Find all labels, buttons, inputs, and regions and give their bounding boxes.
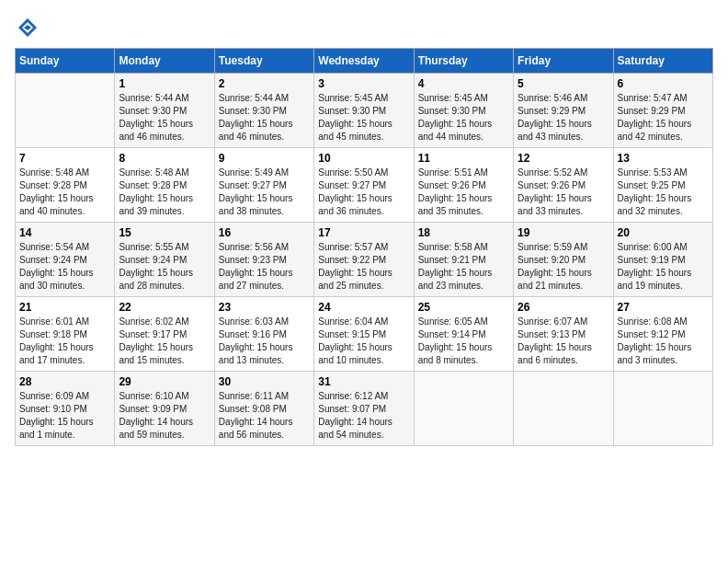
day-number: 9 (219, 152, 310, 165)
calendar-cell: 14Sunrise: 5:54 AM Sunset: 9:24 PM Dayli… (16, 223, 115, 297)
calendar-cell: 5Sunrise: 5:46 AM Sunset: 9:29 PM Daylig… (514, 74, 613, 148)
calendar-cell (16, 74, 115, 148)
day-number: 18 (418, 226, 509, 239)
day-number: 13 (618, 152, 709, 165)
calendar-cell: 26Sunrise: 6:07 AM Sunset: 9:13 PM Dayli… (514, 297, 613, 372)
calendar-cell: 6Sunrise: 5:47 AM Sunset: 9:29 PM Daylig… (613, 74, 712, 148)
day-number: 23 (219, 301, 310, 314)
day-info: Sunrise: 5:55 AM Sunset: 9:24 PM Dayligh… (119, 241, 210, 293)
calendar-week-3: 14Sunrise: 5:54 AM Sunset: 9:24 PM Dayli… (16, 223, 713, 297)
day-info: Sunrise: 5:45 AM Sunset: 9:30 PM Dayligh… (418, 92, 509, 144)
calendar-cell (514, 372, 613, 446)
calendar-cell: 12Sunrise: 5:52 AM Sunset: 9:26 PM Dayli… (514, 148, 613, 223)
day-number: 4 (418, 77, 509, 90)
day-number: 11 (418, 152, 509, 165)
day-info: Sunrise: 5:57 AM Sunset: 9:22 PM Dayligh… (318, 241, 409, 293)
day-info: Sunrise: 5:48 AM Sunset: 9:28 PM Dayligh… (119, 167, 210, 218)
day-number: 31 (318, 375, 409, 388)
day-info: Sunrise: 6:05 AM Sunset: 9:14 PM Dayligh… (418, 316, 509, 367)
calendar-week-2: 7Sunrise: 5:48 AM Sunset: 9:28 PM Daylig… (16, 148, 713, 223)
day-info: Sunrise: 5:49 AM Sunset: 9:27 PM Dayligh… (219, 167, 310, 218)
day-info: Sunrise: 6:03 AM Sunset: 9:16 PM Dayligh… (219, 316, 310, 367)
calendar-cell: 13Sunrise: 5:53 AM Sunset: 9:25 PM Dayli… (613, 148, 712, 223)
calendar-cell: 23Sunrise: 6:03 AM Sunset: 9:16 PM Dayli… (214, 297, 313, 372)
col-header-friday: Friday (514, 49, 613, 74)
day-number: 10 (318, 152, 409, 165)
day-number: 7 (19, 152, 110, 165)
calendar-cell: 15Sunrise: 5:55 AM Sunset: 9:24 PM Dayli… (115, 223, 214, 297)
day-number: 20 (618, 226, 709, 239)
day-number: 25 (418, 301, 509, 314)
calendar-cell: 17Sunrise: 5:57 AM Sunset: 9:22 PM Dayli… (314, 223, 414, 297)
day-info: Sunrise: 5:46 AM Sunset: 9:29 PM Dayligh… (518, 92, 609, 144)
calendar-week-4: 21Sunrise: 6:01 AM Sunset: 9:18 PM Dayli… (16, 297, 713, 372)
calendar-cell: 30Sunrise: 6:11 AM Sunset: 9:08 PM Dayli… (214, 372, 313, 446)
calendar-cell: 10Sunrise: 5:50 AM Sunset: 9:27 PM Dayli… (314, 148, 414, 223)
day-info: Sunrise: 6:04 AM Sunset: 9:15 PM Dayligh… (318, 316, 409, 367)
calendar-week-5: 28Sunrise: 6:09 AM Sunset: 9:10 PM Dayli… (16, 372, 713, 446)
day-number: 14 (19, 226, 110, 239)
calendar-cell: 16Sunrise: 5:56 AM Sunset: 9:23 PM Dayli… (214, 223, 313, 297)
calendar-cell: 11Sunrise: 5:51 AM Sunset: 9:26 PM Dayli… (414, 148, 513, 223)
day-info: Sunrise: 5:50 AM Sunset: 9:27 PM Dayligh… (318, 167, 409, 218)
logo-icon (15, 15, 40, 40)
day-info: Sunrise: 6:10 AM Sunset: 9:09 PM Dayligh… (119, 390, 210, 442)
day-number: 17 (318, 226, 409, 239)
day-number: 24 (318, 301, 409, 314)
calendar-cell: 19Sunrise: 5:59 AM Sunset: 9:20 PM Dayli… (514, 223, 613, 297)
day-number: 29 (119, 375, 210, 388)
day-info: Sunrise: 5:51 AM Sunset: 9:26 PM Dayligh… (418, 167, 509, 218)
day-info: Sunrise: 5:45 AM Sunset: 9:30 PM Dayligh… (318, 92, 409, 144)
calendar-cell: 7Sunrise: 5:48 AM Sunset: 9:28 PM Daylig… (16, 148, 115, 223)
calendar-cell: 29Sunrise: 6:10 AM Sunset: 9:09 PM Dayli… (115, 372, 214, 446)
day-number: 8 (119, 152, 210, 165)
calendar-week-1: 1Sunrise: 5:44 AM Sunset: 9:30 PM Daylig… (16, 74, 713, 148)
calendar-header-row: SundayMondayTuesdayWednesdayThursdayFrid… (16, 49, 713, 74)
calendar-cell: 20Sunrise: 6:00 AM Sunset: 9:19 PM Dayli… (613, 223, 712, 297)
calendar-cell: 31Sunrise: 6:12 AM Sunset: 9:07 PM Dayli… (314, 372, 414, 446)
day-number: 27 (618, 301, 709, 314)
calendar-cell: 9Sunrise: 5:49 AM Sunset: 9:27 PM Daylig… (214, 148, 313, 223)
day-number: 5 (518, 77, 609, 90)
day-number: 28 (19, 375, 110, 388)
day-info: Sunrise: 6:11 AM Sunset: 9:08 PM Dayligh… (219, 390, 310, 442)
day-number: 21 (19, 301, 110, 314)
day-info: Sunrise: 5:47 AM Sunset: 9:29 PM Dayligh… (618, 92, 709, 144)
day-info: Sunrise: 5:52 AM Sunset: 9:26 PM Dayligh… (518, 167, 609, 218)
calendar-cell: 2Sunrise: 5:44 AM Sunset: 9:30 PM Daylig… (214, 74, 313, 148)
calendar-cell: 22Sunrise: 6:02 AM Sunset: 9:17 PM Dayli… (115, 297, 214, 372)
calendar-cell: 24Sunrise: 6:04 AM Sunset: 9:15 PM Dayli… (314, 297, 414, 372)
day-number: 15 (119, 226, 210, 239)
day-info: Sunrise: 5:53 AM Sunset: 9:25 PM Dayligh… (618, 167, 709, 218)
day-info: Sunrise: 5:44 AM Sunset: 9:30 PM Dayligh… (219, 92, 310, 144)
calendar-table: SundayMondayTuesdayWednesdayThursdayFrid… (15, 48, 713, 446)
day-number: 3 (318, 77, 409, 90)
calendar-cell: 21Sunrise: 6:01 AM Sunset: 9:18 PM Dayli… (16, 297, 115, 372)
day-info: Sunrise: 5:56 AM Sunset: 9:23 PM Dayligh… (219, 241, 310, 293)
calendar-cell: 8Sunrise: 5:48 AM Sunset: 9:28 PM Daylig… (115, 148, 214, 223)
calendar-body: 1Sunrise: 5:44 AM Sunset: 9:30 PM Daylig… (16, 74, 713, 446)
day-number: 16 (219, 226, 310, 239)
day-info: Sunrise: 6:07 AM Sunset: 9:13 PM Dayligh… (518, 316, 609, 367)
day-info: Sunrise: 5:59 AM Sunset: 9:20 PM Dayligh… (518, 241, 609, 293)
calendar-cell: 1Sunrise: 5:44 AM Sunset: 9:30 PM Daylig… (115, 74, 214, 148)
day-number: 6 (618, 77, 709, 90)
col-header-thursday: Thursday (414, 49, 513, 74)
col-header-tuesday: Tuesday (214, 49, 313, 74)
day-info: Sunrise: 6:08 AM Sunset: 9:12 PM Dayligh… (618, 316, 709, 367)
day-info: Sunrise: 6:09 AM Sunset: 9:10 PM Dayligh… (19, 390, 110, 442)
calendar-cell (613, 372, 712, 446)
calendar-cell: 18Sunrise: 5:58 AM Sunset: 9:21 PM Dayli… (414, 223, 513, 297)
calendar-cell: 28Sunrise: 6:09 AM Sunset: 9:10 PM Dayli… (16, 372, 115, 446)
day-info: Sunrise: 6:02 AM Sunset: 9:17 PM Dayligh… (119, 316, 210, 367)
day-info: Sunrise: 5:54 AM Sunset: 9:24 PM Dayligh… (19, 241, 110, 293)
logo (15, 15, 44, 40)
day-info: Sunrise: 5:44 AM Sunset: 9:30 PM Dayligh… (119, 92, 210, 144)
col-header-sunday: Sunday (16, 49, 115, 74)
day-number: 2 (219, 77, 310, 90)
calendar-cell: 25Sunrise: 6:05 AM Sunset: 9:14 PM Dayli… (414, 297, 513, 372)
col-header-monday: Monday (115, 49, 214, 74)
calendar-cell: 3Sunrise: 5:45 AM Sunset: 9:30 PM Daylig… (314, 74, 414, 148)
page-header (15, 15, 713, 40)
calendar-cell: 4Sunrise: 5:45 AM Sunset: 9:30 PM Daylig… (414, 74, 513, 148)
